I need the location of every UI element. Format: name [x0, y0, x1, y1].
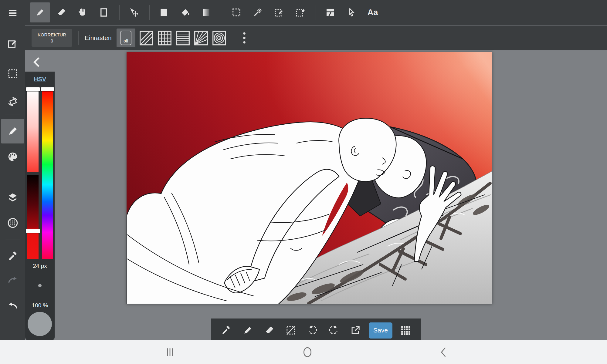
value-handle[interactable]: [26, 229, 40, 233]
rotate-canvas-icon: [7, 96, 19, 107]
more-options-button[interactable]: [242, 32, 246, 44]
left-sidebar: [0, 0, 25, 340]
select-rect-icon: [7, 68, 19, 79]
tool-gradient-button[interactable]: [196, 2, 216, 22]
recents-icon: [164, 346, 176, 358]
pen-icon: [35, 7, 45, 18]
frame-icon: [99, 7, 109, 18]
paint-bucket-icon: [180, 7, 190, 18]
tool-select-eraser-button[interactable]: [290, 2, 310, 22]
tool-operate-cursor-button[interactable]: [341, 2, 361, 22]
eraser-icon: [264, 325, 275, 336]
snap-parallel-icon: [139, 31, 154, 46]
undo-button[interactable]: [304, 322, 320, 339]
brush-size-value: 24 px: [25, 263, 55, 269]
snap-concentric-icon: [212, 31, 226, 46]
pen-icon: [7, 125, 19, 137]
saturation-slider[interactable]: [27, 90, 39, 172]
save-button[interactable]: Save: [369, 322, 392, 339]
overflow-menu-icon: [242, 32, 246, 44]
correction-button[interactable]: KORREKTUR 0: [32, 29, 72, 47]
chevron-left-icon: [31, 56, 43, 68]
undo-icon: [7, 300, 19, 312]
sidebar-pen-button[interactable]: [0, 125, 25, 137]
quick-eraser-button[interactable]: [261, 322, 277, 339]
select-rect-icon: [231, 7, 242, 18]
toolbar-divider: [149, 5, 150, 20]
grid-menu-button[interactable]: [397, 322, 414, 339]
nav-home-button[interactable]: [302, 346, 313, 358]
deselect-button[interactable]: [283, 322, 299, 339]
divide-canvas-icon: [325, 7, 335, 18]
sidebar-undo-button[interactable]: [0, 300, 25, 312]
snap-grid-icon: [158, 31, 172, 46]
tool-text-button[interactable]: Aa: [363, 2, 383, 22]
top-toolbar: Aa: [25, 0, 607, 25]
magic-wand-icon: [253, 7, 263, 18]
pen-icon: [242, 325, 253, 336]
snap-parallel-button[interactable]: [139, 31, 154, 46]
sidebar-palette-button[interactable]: [0, 151, 25, 163]
grid-menu-icon: [400, 325, 411, 336]
eyedropper-icon: [7, 251, 19, 262]
sidebar-layers-button[interactable]: [0, 192, 25, 203]
sidebar-select-button[interactable]: [0, 68, 25, 79]
hue-handle[interactable]: [41, 87, 54, 91]
tool-fill-rect-button[interactable]: [154, 2, 174, 22]
eyedropper-icon: [221, 325, 232, 336]
tool-select-pen-button[interactable]: [269, 2, 289, 22]
back-icon: [438, 346, 449, 358]
sidebar-eyedropper-button[interactable]: [0, 251, 25, 262]
palette-icon: [7, 151, 19, 163]
sidebar-edit-canvas-button[interactable]: [0, 38, 25, 50]
layers-icon: [7, 192, 19, 203]
redo-button[interactable]: [326, 322, 342, 339]
nav-recents-button[interactable]: [164, 346, 176, 358]
drawing-canvas[interactable]: [127, 52, 492, 304]
tool-pen-button[interactable]: [30, 2, 50, 22]
select-eraser-icon: [295, 7, 305, 18]
sidebar-redo-button[interactable]: [0, 274, 25, 286]
export-button[interactable]: [347, 322, 364, 339]
brush-size-slider-dot[interactable]: [38, 284, 42, 287]
snap-vanishing-button[interactable]: [194, 31, 208, 46]
tool-frame-button[interactable]: [94, 2, 114, 22]
select-pen-icon: [274, 7, 284, 18]
correction-value: 0: [51, 38, 53, 44]
sidebar-material-button[interactable]: [0, 217, 25, 229]
toolbar-divider: [222, 5, 222, 20]
snap-off-frame: off: [120, 31, 131, 45]
cursor-icon: [346, 7, 357, 18]
canvas-artwork: [127, 52, 492, 304]
hsv-mode-link[interactable]: HSV: [25, 76, 55, 83]
deselect-icon: [285, 325, 296, 336]
value-slider[interactable]: [27, 175, 39, 259]
home-icon: [302, 346, 313, 358]
tool-move-button[interactable]: [124, 2, 144, 22]
collapse-panel-button[interactable]: [31, 56, 43, 68]
sidebar-rotate-canvas-button[interactable]: [0, 96, 25, 107]
tool-eraser-button[interactable]: [51, 2, 71, 22]
snap-grid-button[interactable]: [158, 31, 172, 46]
tool-select-rect-button[interactable]: [226, 2, 246, 22]
quick-pen-button[interactable]: [239, 322, 256, 339]
brush-preview-circle[interactable]: [28, 312, 52, 336]
tool-magic-wand-button[interactable]: [248, 2, 268, 22]
eraser-icon: [56, 7, 66, 18]
hue-slider[interactable]: [42, 90, 53, 259]
snap-horizontal-button[interactable]: [176, 31, 190, 46]
halftone-material-icon: [7, 217, 19, 229]
snap-vanishing-icon: [194, 31, 208, 46]
snap-concentric-button[interactable]: [212, 31, 226, 46]
tool-divide-canvas-button[interactable]: [320, 2, 340, 22]
tool-bucket-button[interactable]: [175, 2, 195, 22]
sidebar-menu-button[interactable]: [0, 7, 25, 19]
snap-label: Einrasten: [85, 34, 112, 42]
snap-off-button[interactable]: off: [117, 29, 135, 47]
saturation-handle[interactable]: [26, 87, 40, 91]
quick-eyedropper-button[interactable]: [218, 322, 234, 339]
nav-back-button[interactable]: [438, 346, 449, 358]
move-cursor-icon: [128, 7, 139, 18]
export-icon: [350, 325, 361, 336]
tool-hand-button[interactable]: [73, 2, 93, 22]
